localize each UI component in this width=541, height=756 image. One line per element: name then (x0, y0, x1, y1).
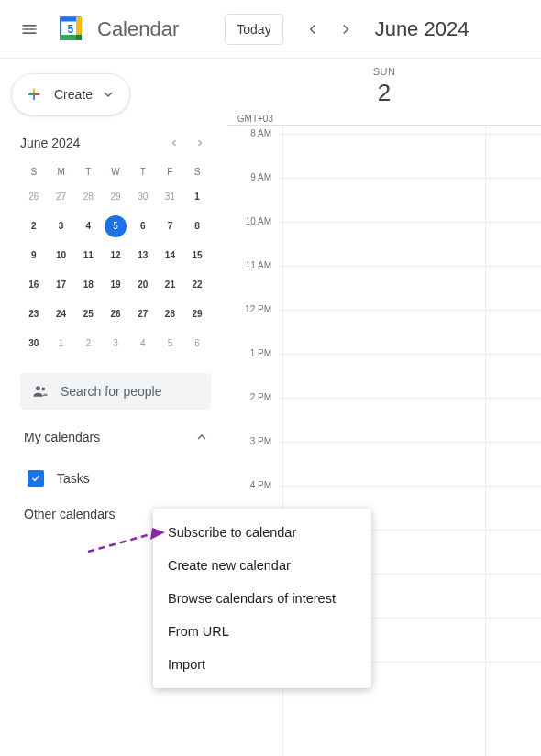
mini-day[interactable]: 20 (132, 274, 154, 296)
svg-rect-5 (76, 34, 82, 39)
mini-day[interactable]: 31 (159, 186, 181, 208)
plus-icon (23, 83, 45, 105)
mini-day[interactable]: 4 (77, 215, 99, 237)
mini-day[interactable]: 29 (105, 186, 127, 208)
mini-day[interactable]: 3 (50, 215, 72, 237)
mini-day[interactable]: 28 (77, 186, 99, 208)
svg-point-7 (36, 386, 40, 390)
mini-calendar-grid: SMTWTFS262728293031123456789101112131415… (20, 163, 211, 356)
chevron-right-icon (337, 21, 354, 38)
mini-dow: S (20, 163, 48, 181)
mini-day[interactable]: 3 (105, 333, 127, 355)
checkbox-checked-icon[interactable] (28, 470, 44, 487)
hour-row[interactable]: 2 PM (227, 398, 541, 442)
mini-dow: T (74, 163, 102, 181)
mini-day[interactable]: 19 (105, 274, 127, 296)
mini-day[interactable]: 5 (159, 333, 181, 355)
hour-label: 4 PM (227, 480, 279, 490)
search-placeholder: Search for people (61, 384, 162, 399)
next-period-button[interactable] (331, 15, 360, 44)
mini-day[interactable]: 30 (132, 186, 154, 208)
hour-label: 8 AM (227, 128, 279, 138)
mini-day[interactable]: 6 (132, 215, 154, 237)
calendar-item-tasks[interactable]: Tasks (7, 465, 227, 492)
mini-day[interactable]: 29 (186, 303, 208, 325)
search-people-input[interactable]: Search for people (20, 373, 211, 410)
hour-label: 11 AM (227, 260, 279, 270)
caret-down-icon (104, 90, 113, 99)
mini-day[interactable]: 27 (132, 303, 154, 325)
timezone-label: GMT+03 (227, 114, 279, 124)
mini-day[interactable]: 11 (77, 245, 99, 267)
mini-day[interactable]: 22 (186, 274, 208, 296)
svg-point-8 (41, 388, 45, 391)
hour-label: 3 PM (227, 436, 279, 446)
hour-row[interactable]: 10 AM (227, 222, 541, 266)
other-calendars-menu: Subscribe to calendarCreate new calendar… (153, 509, 371, 688)
hour-row[interactable]: 1 PM (227, 354, 541, 398)
mini-day[interactable]: 15 (186, 245, 208, 267)
day-number: 2 (227, 79, 541, 107)
menu-item[interactable]: Browse calendars of interest (153, 582, 371, 615)
chevron-left-icon (169, 137, 180, 148)
mini-day[interactable]: 13 (132, 245, 154, 267)
mini-calendar-title: June 2024 (20, 136, 80, 150)
mini-day[interactable]: 18 (77, 274, 99, 296)
hour-label: 2 PM (227, 392, 279, 402)
hour-label: 9 AM (227, 172, 279, 182)
mini-calendar: June 2024 SMTWTFS26272829303112345678910… (7, 132, 227, 356)
app-title: Calendar (97, 17, 179, 41)
other-calendars-label: Other calendars (24, 507, 116, 521)
create-button[interactable]: Create (11, 73, 130, 115)
mini-day[interactable]: 16 (23, 274, 45, 296)
my-calendars-toggle[interactable]: My calendars (7, 410, 227, 450)
app-header: 5 Calendar Today June 2024 (0, 0, 541, 59)
mini-day[interactable]: 14 (159, 245, 181, 267)
mini-day[interactable]: 26 (23, 186, 45, 208)
today-button[interactable]: Today (225, 14, 282, 45)
hour-row[interactable]: 9 AM (227, 178, 541, 222)
mini-prev-button[interactable] (163, 132, 185, 154)
mini-day[interactable]: 6 (186, 333, 208, 355)
mini-day[interactable]: 2 (23, 215, 45, 237)
svg-text:5: 5 (68, 23, 74, 36)
mini-day[interactable]: 7 (159, 215, 181, 237)
hour-row[interactable]: 8 AM (227, 134, 541, 178)
mini-day[interactable]: 23 (23, 303, 45, 325)
menu-item[interactable]: Create new calendar (153, 549, 371, 582)
mini-day[interactable]: 2 (77, 333, 99, 355)
mini-day[interactable]: 10 (50, 245, 72, 267)
mini-day[interactable]: 1 (186, 186, 208, 208)
mini-day[interactable]: 25 (77, 303, 99, 325)
my-calendars-label: My calendars (24, 430, 100, 444)
mini-next-button[interactable] (189, 132, 211, 154)
mini-day[interactable]: 21 (159, 274, 181, 296)
people-icon (31, 382, 50, 400)
mini-day[interactable]: 4 (132, 333, 154, 355)
mini-day[interactable]: 27 (50, 186, 72, 208)
chevron-left-icon (304, 21, 321, 38)
mini-dow: W (102, 163, 129, 181)
hour-row[interactable]: 11 AM (227, 266, 541, 310)
hour-row[interactable]: 3 PM (227, 442, 541, 486)
menu-item[interactable]: Import (153, 648, 371, 681)
mini-dow: T (129, 163, 157, 181)
create-label: Create (54, 87, 93, 102)
hour-row[interactable]: 12 PM (227, 310, 541, 354)
mini-day[interactable]: 8 (186, 215, 208, 237)
mini-day[interactable]: 9 (23, 245, 45, 267)
mini-dow: S (183, 163, 211, 181)
menu-item[interactable]: Subscribe to calendar (153, 516, 371, 549)
mini-day[interactable]: 24 (50, 303, 72, 325)
mini-day[interactable]: 28 (159, 303, 181, 325)
app-logo: 5 Calendar (51, 14, 179, 45)
mini-day[interactable]: 1 (50, 333, 72, 355)
menu-item[interactable]: From URL (153, 615, 371, 648)
main-menu-button[interactable] (7, 7, 51, 51)
mini-day[interactable]: 26 (105, 303, 127, 325)
mini-day[interactable]: 17 (50, 274, 72, 296)
prev-period-button[interactable] (298, 15, 327, 44)
mini-day[interactable]: 30 (23, 333, 45, 355)
mini-day[interactable]: 12 (105, 245, 127, 267)
mini-day[interactable]: 5 (105, 215, 127, 237)
